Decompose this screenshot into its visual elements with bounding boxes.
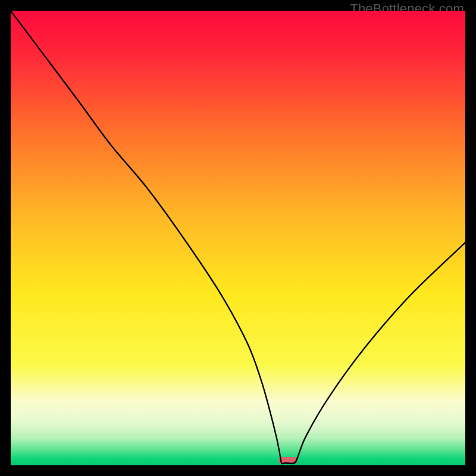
chart-frame: TheBottleneck.com — [0, 0, 476, 476]
chart-plot-area — [11, 11, 465, 465]
gradient-background — [11, 11, 465, 465]
chart-svg — [11, 11, 465, 465]
